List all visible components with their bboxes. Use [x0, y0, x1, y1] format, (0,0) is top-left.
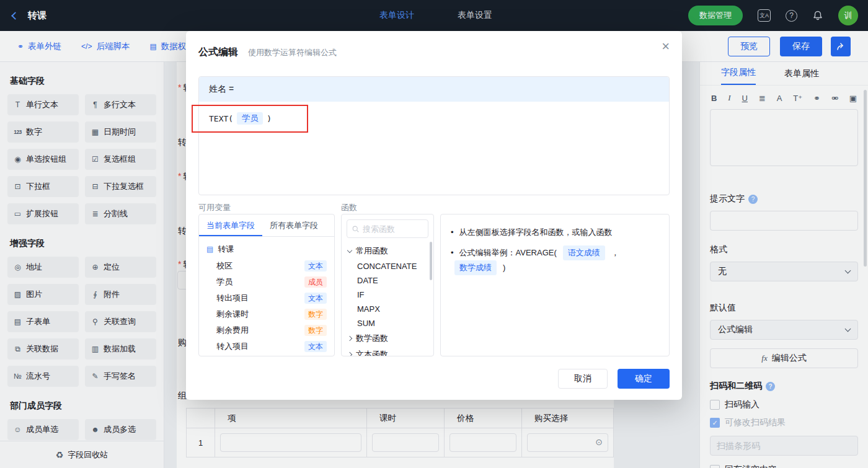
variable-item[interactable]: 转入项目文本	[199, 338, 334, 355]
type-badge: 数字	[304, 325, 327, 336]
close-icon[interactable]: ×	[662, 40, 670, 53]
tip-text: )	[503, 261, 505, 275]
formula-editor[interactable]: TEXT( 学员 )	[199, 102, 669, 135]
function-search-input[interactable]	[363, 224, 423, 234]
chevron-right-icon	[347, 336, 352, 341]
function-group-math[interactable]: 数学函数	[342, 330, 433, 347]
bullet-icon: •	[451, 246, 454, 260]
function-group-common[interactable]: 常用函数	[342, 243, 433, 259]
tip-text: 从左侧面板选择字段名和函数，或输入函数	[459, 226, 613, 239]
type-badge: 文本	[304, 341, 327, 352]
variable-item[interactable]: 剩余费用数字	[199, 322, 334, 338]
type-badge: 数字	[304, 309, 327, 320]
function-group-label: 数学函数	[356, 333, 388, 344]
modal-title: 公式编辑	[198, 46, 238, 59]
formula-target: 姓名 =	[199, 77, 669, 102]
variables-panel: 当前表单字段 所有表单字段 ▤转课 校区文本 学员成员 转出项目文本 剩余课时数…	[198, 214, 335, 356]
variable-item[interactable]: 转出项目文本	[199, 290, 334, 306]
function-search-box	[347, 219, 428, 238]
tab-all-form-fields[interactable]: 所有表单字段	[262, 214, 326, 236]
tip-separator: ，	[611, 246, 619, 260]
formula-function-text: TEXT(	[209, 114, 233, 123]
function-item-if[interactable]: IF	[342, 288, 433, 302]
modal-subtitle: 使用数学运算符编辑公式	[248, 47, 337, 58]
tab-current-form-fields[interactable]: 当前表单字段	[199, 214, 262, 236]
variable-item[interactable]: 学员成员	[199, 274, 334, 290]
formula-field-pill[interactable]: 学员	[237, 112, 263, 125]
type-badge: 文本	[304, 293, 327, 304]
search-icon	[352, 225, 359, 233]
variable-name: 转入项目	[216, 341, 249, 352]
modal-header: 公式编辑 使用数学运算符编辑公式	[186, 31, 682, 59]
tip-line: • 公式编辑举例：AVERAGE( 语文成绩 ， 数学成绩 )	[451, 245, 659, 275]
form-node-name: 转课	[218, 244, 234, 255]
variable-item[interactable]: 剩余课时数字	[199, 306, 334, 322]
cancel-button[interactable]: 取消	[558, 369, 608, 389]
variables-panel-label: 可用变量	[198, 202, 231, 213]
functions-panel: 常用函数 CONCATENATE DATE IF MAPX SUM 数学函数 文…	[341, 214, 434, 356]
formula-editor-box: 姓名 = TEXT( 学员 )	[198, 76, 670, 195]
example-field-pill: 数学成绩	[454, 260, 497, 275]
variables-tabs: 当前表单字段 所有表单字段	[199, 214, 334, 237]
functions-panel-label: 函数	[341, 202, 357, 213]
variable-name: 剩余课时	[216, 309, 249, 320]
function-group-label: 常用函数	[356, 245, 388, 257]
confirm-button[interactable]: 确定	[618, 369, 670, 389]
type-badge: 文本	[304, 260, 327, 272]
bullet-icon: •	[451, 226, 454, 239]
formula-edit-modal: × 公式编辑 使用数学运算符编辑公式 姓名 = TEXT( 学员 ) 可用变量 …	[186, 31, 682, 400]
tips-panel: •从左侧面板选择字段名和函数，或输入函数 • 公式编辑举例：AVERAGE( 语…	[440, 214, 670, 356]
function-item-date[interactable]: DATE	[342, 273, 433, 288]
modal-footer: 取消 确定	[558, 369, 670, 389]
scrollbar-thumb[interactable]	[430, 242, 432, 280]
variable-name: 学员	[216, 276, 232, 288]
formula-target-text: 姓名 =	[209, 84, 234, 95]
function-item-sum[interactable]: SUM	[342, 316, 433, 330]
variables-list: ▤转课 校区文本 学员成员 转出项目文本 剩余课时数字 剩余费用数字 转入项目文…	[199, 237, 334, 355]
variable-name: 剩余费用	[216, 325, 249, 336]
function-item-concatenate[interactable]: CONCATENATE	[342, 259, 433, 273]
function-item-mapx[interactable]: MAPX	[342, 302, 433, 316]
tip-text: 公式编辑举例：AVERAGE(	[459, 246, 557, 260]
chevron-down-icon	[347, 248, 352, 253]
formula-close-paren: )	[267, 114, 272, 123]
function-group-label: 文本函数	[356, 349, 388, 356]
variable-item[interactable]: 校区文本	[199, 258, 334, 274]
form-document-icon: ▤	[206, 245, 213, 254]
chevron-right-icon	[347, 352, 352, 356]
form-node[interactable]: ▤转课	[199, 241, 334, 258]
variable-name: 校区	[216, 260, 232, 272]
example-field-pill: 语文成绩	[563, 245, 605, 260]
tip-line: •从左侧面板选择字段名和函数，或输入函数	[451, 226, 659, 239]
variable-name: 转出项目	[216, 293, 249, 304]
type-badge: 成员	[304, 276, 327, 288]
function-group-text[interactable]: 文本函数	[342, 347, 433, 356]
